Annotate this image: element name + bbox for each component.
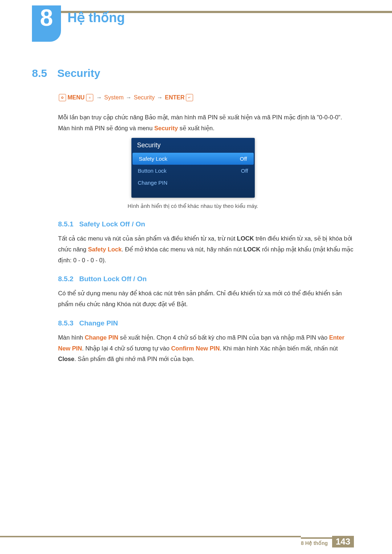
path-node-system: System <box>104 94 123 101</box>
t: . Khi màn hình Xác nhận biến mất, nhấn n… <box>220 345 338 352</box>
panel-row-safety-lock[interactable]: Safety Lock Off <box>132 153 254 165</box>
path-enter: ENTER <box>165 94 184 101</box>
subsection-title: Change PIN <box>79 319 118 327</box>
t: Màn hình <box>58 334 85 341</box>
footer-margin <box>354 536 392 547</box>
highlight-confirm-new-pin: Confirm New PIN <box>171 345 220 352</box>
section-title: Security <box>57 67 100 79</box>
chapter-title: Hệ thống <box>68 10 125 25</box>
section-number: 8.5 <box>32 67 47 79</box>
path-sep-1: → <box>96 94 102 101</box>
panel-row-label: Change PIN <box>138 180 168 186</box>
t: . Sản phẩm đã ghi nhớ mã PIN mới của bạn… <box>74 356 195 362</box>
subsection-853-heading: 8.5.3 Change PIN <box>58 319 354 327</box>
intro-paragraph: Mỗi lần bạn truy cập chức năng Bảo mật, … <box>58 112 354 134</box>
panel-row-value: Off <box>241 168 248 174</box>
panel-caption: Hình ảnh hiển thị có thể khác nhau tùy t… <box>32 203 354 209</box>
subsection-853-paragraph: Màn hình Change PIN sẽ xuất hiện. Chọn 4… <box>58 332 354 365</box>
subsection-851-heading: 8.5.1 Safety Lock Off / On <box>58 220 354 228</box>
t: . Nhập lại 4 chữ số tương tự vào <box>82 345 171 352</box>
subsection-852-heading: 8.5.2 Button Lock Off / On <box>58 275 354 283</box>
highlight-safety-lock: Safety Lock <box>88 246 122 253</box>
highlight-change-pin: Change PIN <box>85 334 118 341</box>
enter-icon: ↵ <box>186 94 193 101</box>
intro-highlight: Security <box>154 125 178 131</box>
subsection-number: 8.5.2 <box>58 275 73 283</box>
panel-row-value: Off <box>240 156 247 162</box>
footer-page-number: 143 <box>332 536 354 547</box>
path-sep-3: → <box>157 94 163 101</box>
section-heading: 8.5 Security <box>32 67 354 79</box>
path-node-security: Security <box>134 94 155 101</box>
subsection-number: 8.5.1 <box>58 220 73 228</box>
panel-row-change-pin[interactable]: Change PIN <box>131 177 255 189</box>
bold-close: Close <box>58 356 74 362</box>
panel-title: Security <box>131 138 255 153</box>
menu-bars-icon: ≡ <box>86 94 93 101</box>
footer-rule <box>0 536 301 547</box>
t: Tất cả các menu và nút của sản phẩm và đ… <box>58 235 237 242</box>
bold-lock-1: LOCK <box>237 235 254 242</box>
chapter-number: 8 <box>40 6 53 29</box>
panel-row-label: Safety Lock <box>139 156 167 162</box>
subsection-title: Safety Lock Off / On <box>79 220 145 228</box>
footer: 8 Hệ thống 143 <box>0 536 392 547</box>
subsection-851-paragraph: Tất cả các menu và nút của sản phẩm và đ… <box>58 233 354 266</box>
security-panel: Security Safety Lock Off Button Lock Off… <box>131 138 255 198</box>
panel-row-button-lock[interactable]: Button Lock Off <box>131 165 255 177</box>
subsection-title: Button Lock Off / On <box>79 275 147 283</box>
nav-path: ✿ MENU ≡ → System → Security → ENTER ↵ <box>58 94 354 101</box>
subsection-number: 8.5.3 <box>58 319 73 327</box>
chapter-tab: 8 <box>32 5 61 42</box>
panel-row-label: Button Lock <box>138 168 167 174</box>
t: . Để mở khóa các menu và nút, hãy nhấn n… <box>122 246 243 253</box>
path-sep-2: → <box>126 94 131 101</box>
bold-lock-2: LOCK <box>244 246 261 253</box>
t: sẽ xuất hiện. Chọn 4 chữ số bất kỳ cho m… <box>118 334 329 341</box>
intro-text-2: sẽ xuất hiện. <box>178 125 215 131</box>
subsection-852-paragraph: Có thể sử dụng menu này để khoá các nút … <box>58 288 354 309</box>
path-menu: MENU <box>68 94 85 101</box>
remote-icon: ✿ <box>59 94 66 101</box>
footer-chapter-text: 8 Hệ thống <box>301 537 332 546</box>
